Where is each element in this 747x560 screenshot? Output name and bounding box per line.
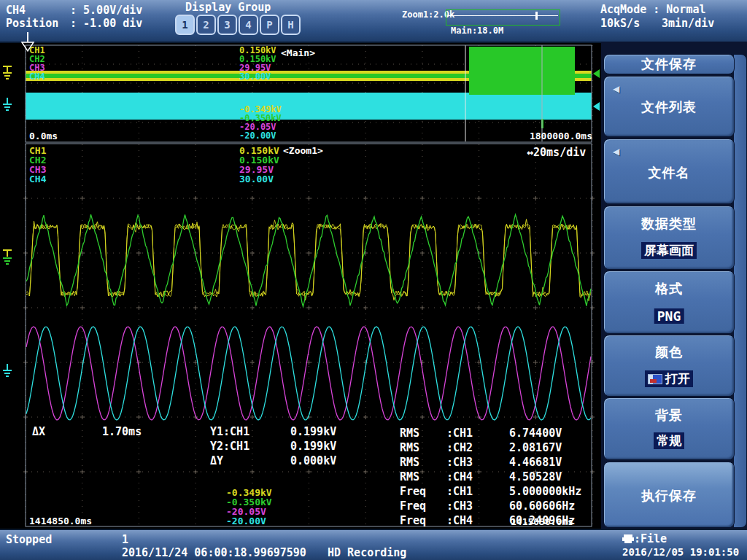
ch1-ch2-ground-icon-zoom bbox=[1, 248, 13, 267]
zoom-ch4-scale: 30.00V bbox=[239, 174, 274, 184]
meas-ch-4: :CH4 bbox=[446, 470, 473, 483]
menu-title: 文件保存 bbox=[604, 55, 734, 73]
main-time-end: 1800000.0ms bbox=[511, 131, 592, 141]
main-window-title: <Main> bbox=[281, 48, 315, 58]
oscilloscope-screen: CH4 : 5.00V/div Position : -1.00 div Dis… bbox=[0, 0, 747, 560]
clock-datetime: 2016/12/05 19:01:50 bbox=[622, 546, 739, 558]
zoom-position-bar[interactable] bbox=[446, 9, 560, 26]
left-arrow-icon: ◀ bbox=[613, 84, 619, 94]
meas-val-1: 6.74400V bbox=[509, 427, 562, 440]
active-channel-label: CH4 bbox=[6, 4, 26, 17]
meas-ch-3: :CH3 bbox=[446, 456, 473, 469]
meas-func-4: RMS bbox=[400, 470, 419, 483]
color-grid-icon bbox=[648, 374, 662, 384]
ch3-ch4-ground-icon-zoom bbox=[1, 363, 13, 382]
top-status-bar: CH4 : 5.00V/div Position : -1.00 div Dis… bbox=[0, 0, 747, 43]
background-button[interactable]: 背景 常规 bbox=[603, 397, 735, 460]
data-type-value: 屏幕画面 bbox=[641, 242, 697, 259]
data-type-button[interactable]: 数据类型 屏幕画面 bbox=[603, 206, 735, 270]
time-div-label: 3min/div bbox=[662, 17, 714, 30]
display-group-button-h[interactable]: H bbox=[281, 15, 301, 35]
softkey-menu-panel: 文件保存 ◀ 文件列表 ◀ 文件名 数据类型 屏幕画面 格式 PNG 颜色 打开… bbox=[601, 42, 747, 529]
zoom-bar-marker[interactable] bbox=[535, 12, 538, 20]
file-name-button[interactable]: ◀ 文件名 bbox=[603, 139, 735, 204]
meas-ch-5: :CH1 bbox=[446, 485, 473, 498]
zoom-window-title: <Zoom1> bbox=[283, 146, 323, 156]
trigger-position-arrow-icon bbox=[20, 32, 35, 52]
meas-ch-7: :CH4 bbox=[446, 514, 473, 527]
zoom-ch4-label: CH4 bbox=[29, 174, 46, 184]
main-ch4-scale: 30.00V bbox=[239, 72, 271, 82]
color-button[interactable]: 颜色 打开 bbox=[603, 335, 735, 397]
meas-ch-2: :CH2 bbox=[446, 441, 473, 454]
meas-func-6: Freq bbox=[400, 499, 426, 513]
cursor-y1-label: Y1:CH1 bbox=[210, 425, 249, 438]
display-group-button-2[interactable]: 2 bbox=[196, 15, 216, 35]
main-record-length-label: Main:18.0M bbox=[451, 26, 503, 36]
display-group-button-4[interactable]: 4 bbox=[239, 15, 258, 35]
file-list-button[interactable]: ◀ 文件列表 bbox=[603, 76, 735, 137]
bottom-status-bar: Stopped 1 2016/11/24 06:00:18.99697590 H… bbox=[0, 529, 747, 560]
ch1-trigger-ground-icon bbox=[1, 64, 13, 83]
meas-func-3: RMS bbox=[400, 456, 419, 469]
format-button[interactable]: 格式 PNG bbox=[603, 271, 735, 334]
zoom-ch4-lower: -20.00V bbox=[226, 516, 266, 526]
main-ch4-lower: -20.00V bbox=[239, 131, 276, 141]
display-group-button-3[interactable]: 3 bbox=[217, 15, 237, 35]
acquisition-timestamp: 2016/11/24 06:00:18.99697590 bbox=[122, 546, 306, 559]
printer-icon bbox=[622, 534, 634, 543]
meas-ch-6: :CH3 bbox=[446, 499, 473, 513]
record-number: 1 bbox=[122, 533, 128, 546]
background-value: 常规 bbox=[654, 432, 684, 449]
meas-func-1: RMS bbox=[400, 427, 419, 440]
meas-func-2: RMS bbox=[400, 441, 419, 454]
active-channel-scale: : 5.00V/div bbox=[70, 4, 142, 17]
display-group-buttons: 1 2 3 4 P H bbox=[175, 15, 302, 35]
position-value: : -1.00 div bbox=[70, 17, 142, 30]
sample-rate-label: 10kS/s bbox=[600, 17, 640, 30]
print-target: :File bbox=[622, 532, 667, 545]
display-group-button-p[interactable]: P bbox=[260, 15, 279, 35]
main-time-start: 0.0ms bbox=[29, 131, 58, 141]
format-value: PNG bbox=[654, 308, 684, 324]
meas-val-7: 60.24096Hz bbox=[509, 514, 575, 527]
delta-x-value: 1.70ms bbox=[102, 425, 142, 438]
main-ch4-label: CH4 bbox=[29, 72, 45, 82]
color-value: 打开 bbox=[645, 370, 693, 387]
left-arrow-icon: ◀ bbox=[613, 147, 619, 157]
cursor-y2-value: 0.199kV bbox=[290, 440, 336, 453]
menu-title-bar: 文件保存 bbox=[603, 54, 735, 74]
acq-mode-label: AcqMode : Normal bbox=[600, 3, 706, 16]
meas-func-7: Freq bbox=[400, 514, 426, 527]
zoom-time-start: 1414850.0ms bbox=[29, 516, 92, 526]
meas-ch-1: :CH1 bbox=[446, 427, 473, 440]
ch4-ground-icon-main bbox=[1, 97, 13, 116]
zoom-timebase: ↔20ms/div bbox=[527, 146, 586, 159]
cursor-y2-label: Y2:CH1 bbox=[210, 440, 249, 453]
meas-val-4: 4.50528V bbox=[509, 470, 562, 483]
meas-val-6: 60.60606Hz bbox=[509, 499, 575, 513]
position-label: Position bbox=[6, 17, 58, 30]
delta-y-value: 0.000kV bbox=[290, 454, 336, 467]
display-group-button-1[interactable]: 1 bbox=[175, 15, 195, 35]
meas-val-2: 2.08167V bbox=[509, 441, 562, 454]
delta-x-label: ΔX bbox=[32, 425, 45, 438]
cursor-y1-value: 0.199kV bbox=[290, 425, 336, 438]
hd-recording-label: HD Recording bbox=[328, 546, 406, 559]
delta-y-label: ΔY bbox=[210, 454, 223, 467]
execute-save-button[interactable]: 执行保存 bbox=[603, 462, 735, 528]
acquisition-state: Stopped bbox=[6, 533, 52, 546]
meas-val-3: 4.46681V bbox=[509, 456, 562, 469]
meas-func-5: Freq bbox=[400, 485, 426, 498]
display-group-label: Display Group bbox=[185, 1, 271, 14]
menu-side-strip bbox=[733, 54, 747, 528]
meas-val-5: 5.000000kHz bbox=[509, 485, 581, 498]
zoom-bar-line bbox=[446, 15, 558, 16]
